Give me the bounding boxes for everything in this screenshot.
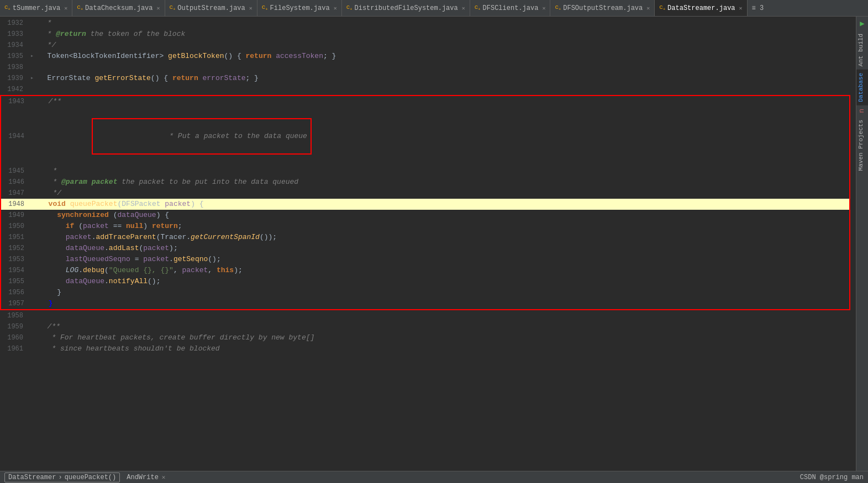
code-container: 1932 * 1933 * @return the token of the b… [0,17,856,354]
code-line: 1949 synchronized (dataQueue) { [1,210,849,221]
code-line: 1960 * For heartbeat packets, create buf… [0,332,856,343]
code-line: 1956 } [1,287,849,298]
code-line: 1932 * [0,18,856,29]
tab-datastreamer[interactable]: c+ DataStreamer.java ✕ [655,0,747,17]
code-line: 1947 */ [1,188,849,199]
tab-overflow[interactable]: ≡ 3 [748,4,769,12]
editor-area[interactable]: 1932 * 1933 * @return the token of the b… [0,17,856,471]
status-bar: DataStreamer › queuePacket() AndWrite ✕ … [0,471,868,483]
tab-icon: c+ [659,4,665,12]
code-line: 1952 dataQueue.addLast(packet); [1,243,849,254]
tab-icon: c+ [170,4,176,12]
right-tab-antbuild[interactable]: Ant build [856,30,868,70]
tab-tsummer[interactable]: c+ tSummer.java ✕ [0,0,72,17]
code-line-1948: 1948 void queuePacket(DFSPacket packet) … [1,199,849,210]
tab-close[interactable]: ✕ [462,5,465,12]
code-line: 1951 packet.addTraceParent(Tracer.getCur… [1,232,849,243]
tab-close[interactable]: ✕ [542,5,545,12]
code-line: 1946 * @param packet the packet to be pu… [1,177,849,188]
breadcrumb-separator: › [58,474,62,481]
code-line: 1943 /** [1,96,849,107]
code-line: 1958 [0,310,856,321]
code-line: 1945 * [1,166,849,177]
main-area: 1932 * 1933 * @return the token of the b… [0,17,868,471]
tab-close[interactable]: ✕ [739,5,743,12]
code-line: 1954 LOG.debug("Queued {}, {}", packet, … [1,265,849,276]
tab-dfsoutputstream[interactable]: c+ DFSOutputStream.java ✕ [550,0,655,17]
breadcrumb: DataStreamer › queuePacket() [4,473,120,482]
right-tab-maven[interactable]: Maven Projects [856,116,868,174]
tab-datachecksum[interactable]: c+ DataChecksum.java ✕ [72,0,165,17]
right-sidebar: ▶ Ant build Database n Maven Projects [856,17,868,471]
code-line: 1957 } [1,298,849,309]
watermark: CSDN @spring man [800,474,864,481]
tab-filesystem[interactable]: c+ FileSystem.java ✕ [257,0,342,17]
code-line: 1939 ▸ ErrorState getErrorState() { retu… [0,73,856,84]
code-line: 1934 */ [0,40,856,51]
tab-outputstream[interactable]: c+ OutputStream.java ✕ [165,0,257,17]
breadcrumb-part1: DataStreamer [8,474,56,481]
tab-distributedfilesystem[interactable]: c+ DistributedFileSystem.java ✕ [342,0,470,17]
tab-close[interactable]: ✕ [334,5,337,12]
tab-bar: c+ tSummer.java ✕ c+ DataChecksum.java ✕… [0,0,868,17]
code-line: 1933 * @return the token of the block [0,29,856,40]
bottom-tools: AndWrite ✕ [127,474,165,481]
code-line: 1935 ▸ Token<BlockTokenIdentifier> getBl… [0,51,856,62]
code-line-highlighted-comment: 1944 * Put a packet to the data queue [1,107,849,166]
right-tab-n[interactable]: n [856,105,868,116]
code-line: 1955 dataQueue.notifyAll(); [1,276,849,287]
tab-icon: c+ [77,4,83,12]
ant-arrow-icon: ▶ [856,17,868,30]
breadcrumb-part2: queuePacket() [65,474,117,481]
tab-icon: c+ [4,4,10,12]
tab-icon: c+ [262,4,268,12]
tab-close[interactable]: ✕ [64,5,67,12]
tab-dfsclient[interactable]: c+ DFSClient.java ✕ [470,0,551,17]
code-line: 1961 * since heartbeats shouldn't be blo… [0,343,856,354]
code-line: 1938 [0,62,856,73]
tab-close[interactable]: ✕ [157,5,160,12]
code-line: 1942 [0,84,856,95]
tab-close[interactable]: ✕ [646,5,650,12]
code-line: 1950 if (packet == null) return; [1,221,849,232]
tab-icon: c+ [555,4,561,12]
code-line: 1953 lastQueuedSeqno = packet.getSeqno()… [1,254,849,265]
tab-icon: c+ [346,4,353,12]
tab-close[interactable]: ✕ [249,5,252,12]
comment-highlight-box: * Put a packet to the data queue [92,118,312,155]
tab-icon: c+ [475,4,481,12]
code-line: 1959 /** [0,321,856,332]
right-tab-database[interactable]: Database [856,70,868,105]
